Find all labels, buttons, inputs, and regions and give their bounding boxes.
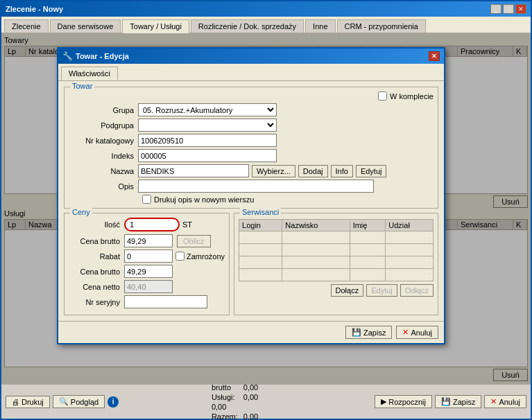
grupa-row: Grupa 05. Rozrusz.+Akumulatory <box>69 103 434 116</box>
bottom-right: ▶ Rozpocznij 💾 Zapisz ✕ Anuluj <box>375 395 526 408</box>
serwis-edytuj-button[interactable]: Edytuj <box>366 284 397 297</box>
cena-brutto2-input[interactable] <box>124 265 173 278</box>
zamrozony-label: Zamrożony <box>187 252 225 261</box>
disk-icon: 💾 <box>352 328 361 337</box>
nr-seryjny-label: Nr seryjny <box>69 298 124 306</box>
serwis-row-empty2 <box>239 244 434 256</box>
rozpocznij-button[interactable]: ▶ Rozpocznij <box>375 395 432 408</box>
tab-towary-uslugi[interactable]: Towary / Usługi <box>122 19 189 33</box>
main-tabs-bar: Zlecenie Dane serwisowe Towary / Usługi … <box>1 17 531 33</box>
modal-zapisz-button[interactable]: 💾 Zapisz <box>345 326 392 339</box>
nazwa-label: Nazwa <box>69 167 138 175</box>
info-icon[interactable]: i <box>108 396 119 408</box>
towar-form-section: Towar W komplecie Grupa 05. Ro <box>64 87 438 209</box>
modal-tabs: Właściwości <box>58 64 444 81</box>
bottom-left: 🖨 Drukuj 🔍 Podgląd i <box>6 395 119 408</box>
podglad-button[interactable]: 🔍 Podgląd <box>53 395 105 408</box>
title-bar: Zlecenie - Nowy _ □ ✕ <box>1 1 531 17</box>
ilosc-input[interactable] <box>124 218 180 231</box>
indeks-row: Indeks <box>69 149 434 162</box>
tab-inne[interactable]: Inne <box>305 19 335 33</box>
drukuj-button[interactable]: 🖨 Drukuj <box>6 396 50 408</box>
tab-crm[interactable]: CRM - przypomnienia <box>337 19 426 33</box>
ilosc-unit: ST <box>182 220 192 229</box>
dolacz-button[interactable]: Dołącz <box>331 284 364 297</box>
podgrupa-label: Podgrupa <box>69 121 138 130</box>
main-title: Zlecenie - Nowy <box>6 5 63 13</box>
indeks-input[interactable] <box>138 149 277 162</box>
cena-brutto-row: Cena brutto Oblicz <box>69 234 225 247</box>
towar-edycja-modal: 🔧 Towar - Edycja ✕ Właściwości Towar <box>57 47 445 344</box>
zapisz-button[interactable]: 💾 Zapisz <box>435 395 481 408</box>
brutto-label: brutto <box>212 383 238 392</box>
main-content: Towary Lp Nr katalo... Nazwa Serwisanci … <box>1 33 531 384</box>
zamrozony-checkbox[interactable] <box>175 252 185 261</box>
w-komplecie-checkbox[interactable] <box>378 91 387 100</box>
nr-seryjny-row: Nr seryjny <box>69 295 225 308</box>
maximize-button[interactable]: □ <box>503 4 514 14</box>
wybierz-button[interactable]: Wybierz... <box>252 165 295 177</box>
edytuj-button[interactable]: Edytuj <box>356 165 387 177</box>
ilosc-label: Ilość <box>69 220 124 229</box>
razem-netto-val: 0,00 <box>243 412 261 421</box>
nr-kat-label: Nr katalogowy <box>69 137 138 145</box>
window-controls: _ □ ✕ <box>490 4 526 14</box>
cancel-icon: ✕ <box>490 397 497 406</box>
ilosc-row: Ilość ST <box>69 218 225 231</box>
opis-input[interactable] <box>138 180 374 193</box>
modal-body: Towar W komplecie Grupa 05. Ro <box>58 81 444 321</box>
oblicz-button[interactable]: Oblicz <box>177 235 211 247</box>
tab-dane-serwisowe[interactable]: Dane serwisowe <box>50 19 121 33</box>
ceny-section: Ceny Ilość ST Cena brutto <box>64 213 230 315</box>
serwisanci-grid: Login Nazwisko Imię Udział <box>239 219 434 281</box>
tab-zlecenie[interactable]: Zlecenie <box>4 19 49 33</box>
podgrupa-row: Podgrupa <box>69 119 434 132</box>
cena-brutto-input[interactable] <box>124 234 173 247</box>
cena-brutto2-label: Cena brutto <box>69 268 124 276</box>
ceny-serwis-container: Ceny Ilość ST Cena brutto <box>64 213 438 315</box>
serwis-row-empty <box>239 231 434 244</box>
cena-netto-input <box>124 280 173 293</box>
rabat-input[interactable] <box>124 250 173 263</box>
anuluj-button[interactable]: ✕ Anuluj <box>484 395 526 408</box>
razem-label-bottom: Razem: <box>212 412 238 421</box>
minimize-button[interactable]: _ <box>490 4 501 14</box>
indeks-label: Indeks <box>69 152 138 160</box>
modal-tab-wlasciwosci[interactable]: Właściwości <box>61 67 118 80</box>
drukuj-checkbox[interactable] <box>142 195 151 204</box>
modal-overlay: 🔧 Towar - Edycja ✕ Właściwości Towar <box>1 33 531 384</box>
uslugi-label-bottom: Usługi: <box>212 393 238 401</box>
play-icon: ▶ <box>381 397 386 406</box>
cena-netto-label: Cena netto <box>69 283 124 291</box>
dodaj-button[interactable]: Dodaj <box>298 165 328 177</box>
nr-kat-row: Nr katalogowy <box>69 134 434 147</box>
col-nazwisko: Nazwisko <box>282 220 350 231</box>
rabat-row: Rabat Zamrożony <box>69 250 225 263</box>
info-button[interactable]: Info <box>331 165 353 177</box>
nazwa-input[interactable] <box>138 164 249 177</box>
modal-anuluj-button[interactable]: ✕ Anuluj <box>396 326 438 339</box>
col-login: Login <box>239 220 282 231</box>
tab-rozliczenie[interactable]: Rozliczenie / Dok. sprzedaży <box>191 19 304 33</box>
odlacz-button[interactable]: Odłącz <box>400 284 434 297</box>
serwisanci-section: Serwisanci Login Nazwisko Imię Udział <box>234 213 438 315</box>
drukuj-label: Drukuj opis w nowym wierszu <box>154 195 254 204</box>
col-imie: Imię <box>350 220 386 231</box>
podgrupa-select[interactable] <box>138 119 277 132</box>
nr-kat-input[interactable] <box>138 134 277 147</box>
main-window: Zlecenie - Nowy _ □ ✕ Zlecenie Dane serw… <box>0 0 532 420</box>
x-icon: ✕ <box>402 328 409 337</box>
col-udzial: Udział <box>386 220 434 231</box>
bottom-bar: 🖨 Drukuj 🔍 Podgląd i Towary: netto 0,00 … <box>1 384 531 419</box>
modal-footer: 💾 Zapisz ✕ Anuluj <box>58 321 444 343</box>
grupa-select[interactable]: 05. Rozrusz.+Akumulatory <box>138 103 277 116</box>
w-komplecie-label: W komplecie <box>390 92 434 100</box>
serwis-row-empty4 <box>239 269 434 281</box>
close-button[interactable]: ✕ <box>515 4 526 14</box>
grupa-label: Grupa <box>69 106 138 114</box>
nr-seryjny-input[interactable] <box>124 295 207 308</box>
opis-row: Opis <box>69 180 434 193</box>
drukuj-row: Drukuj opis w nowym wierszu <box>142 195 434 204</box>
modal-close-button[interactable]: ✕ <box>429 51 440 61</box>
modal-title: Towar - Edycja <box>76 52 129 60</box>
